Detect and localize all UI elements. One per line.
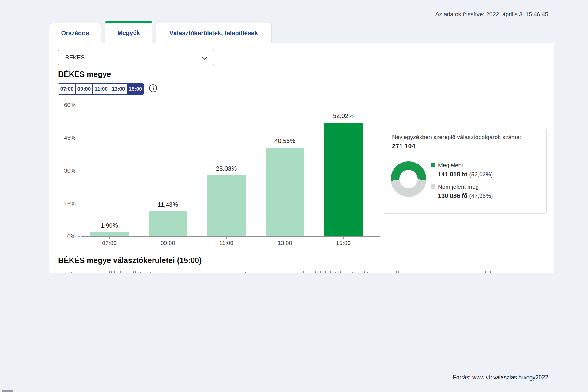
x-axis-label: 15:00 — [328, 240, 359, 247]
clipped-glyph — [340, 271, 341, 273]
info-icon[interactable]: i — [149, 84, 157, 92]
county-select[interactable]: BÉKÉS — [58, 50, 214, 65]
bar-value-label: 40,55% — [263, 138, 306, 145]
y-axis-label: 30% — [57, 168, 76, 174]
legend-count-pct: (47,98%) — [469, 193, 493, 199]
clipped-glyph — [114, 271, 115, 273]
clipped-glyph — [325, 271, 326, 273]
x-axis-tick — [285, 237, 285, 239]
data-updated-text: Az adatok frissítve: 2022. április 3. 15… — [435, 11, 548, 18]
legend-count-pct: (52,02%) — [469, 171, 493, 178]
x-axis-label: 07:00 — [94, 240, 125, 247]
time-button-13-00[interactable]: 13:00 — [110, 83, 127, 95]
bar-value-label: 28,03% — [205, 165, 248, 172]
source-text: Forrás: www.vtr.valasztas.hu/ogy2022 — [453, 374, 548, 381]
time-button-09-00[interactable]: 09:00 — [75, 83, 92, 95]
y-axis-label: 15% — [57, 200, 76, 207]
tab-megy-k[interactable]: Megyék — [105, 21, 152, 43]
y-axis-tick — [78, 171, 80, 171]
time-filter-group: 07:0009:0011:0013:0015:00 — [58, 83, 144, 95]
x-axis-label: 09:00 — [153, 240, 183, 247]
bar-09-00 — [149, 211, 187, 236]
x-axis-tick — [168, 237, 168, 239]
x-axis-label: 13:00 — [270, 240, 300, 247]
legend-swatch-icon — [431, 163, 435, 167]
clipped-glyph — [490, 271, 491, 273]
time-button-07-00[interactable]: 07:00 — [58, 83, 75, 95]
clipped-glyph — [401, 272, 401, 273]
bar-13-00 — [266, 148, 304, 236]
clipped-glyph — [396, 271, 397, 273]
chevron-down-icon — [202, 54, 207, 60]
summary-card-title: Névjegyzékben szereplő választópolgárok … — [392, 133, 539, 141]
y-axis-tick — [78, 105, 80, 105]
clipped-glyph — [135, 271, 136, 273]
gridline — [81, 105, 380, 105]
clipped-glyph — [320, 271, 321, 273]
clipped-glyph — [352, 272, 353, 273]
y-axis-label: 60% — [57, 102, 76, 108]
clipped-glyph — [71, 272, 72, 273]
turnout-donut-chart — [391, 161, 426, 197]
donut-hole — [399, 170, 418, 188]
tab-label: Választókerületek, települések — [169, 30, 258, 37]
x-axis-tick — [343, 237, 344, 239]
county-title: BÉKÉS megye — [58, 70, 111, 79]
clipped-glyph — [150, 272, 151, 273]
registered-voters-total: 271 104 — [392, 142, 415, 150]
tab-label: Országos — [61, 30, 89, 37]
clipped-glyph — [429, 272, 429, 273]
clipped-glyph — [394, 271, 394, 273]
time-button-11-00[interactable]: 11:00 — [92, 83, 110, 95]
clipped-glyph — [311, 271, 311, 273]
clipped-glyph — [138, 271, 138, 273]
tab-v-laszt-ker-letek-telep-l-sek[interactable]: Választókerületek, települések — [156, 23, 272, 43]
clipped-glyph — [368, 272, 368, 273]
bar-11-00 — [207, 175, 246, 236]
legend-count-bold: 130 086 fő — [438, 192, 469, 199]
tab-orsz-gos[interactable]: Országos — [49, 23, 101, 43]
clipped-glyph — [109, 271, 110, 273]
y-axis-tick — [78, 138, 80, 138]
clipped-glyph — [303, 271, 304, 273]
y-axis-tick — [78, 204, 80, 204]
legend-item-nem-jelent-meg: Nem jelent meg130 086 fő (47,98%) — [431, 183, 541, 201]
bar-value-label: 1,90% — [88, 222, 131, 229]
county-select-value: BÉKÉS — [65, 54, 85, 61]
bar-value-label: 52,02% — [322, 112, 365, 119]
clipped-glyph — [120, 271, 121, 273]
bar-value-label: 11,43% — [146, 201, 189, 208]
clipped-glyph — [118, 271, 118, 273]
legend-count: 130 086 fő (47,98%) — [438, 192, 493, 199]
clipped-glyph — [398, 271, 399, 273]
clipped-glyph — [488, 271, 488, 273]
time-button-15-00[interactable]: 15:00 — [127, 83, 144, 95]
districts-title: BÉKÉS megye választókerületei (15:00) — [58, 256, 202, 265]
legend-label: Megjelent — [438, 162, 463, 169]
y-axis-label: 0% — [57, 233, 76, 240]
clipped-glyph — [111, 271, 112, 273]
bar-15-00 — [324, 123, 363, 236]
y-axis-label: 45% — [57, 134, 76, 141]
tab-label: Megyék — [117, 29, 140, 36]
clipped-glyph — [307, 271, 307, 273]
y-axis-tick — [78, 236, 80, 237]
clipped-glyph — [485, 271, 486, 273]
summary-card: Névjegyzékben szereplő választópolgárok … — [383, 128, 547, 214]
clipped-glyph — [330, 271, 331, 273]
legend-count: 141 018 fő (52,02%) — [438, 171, 493, 178]
clipped-glyph — [364, 271, 365, 273]
legend-label: Nem jelent meg — [438, 183, 479, 190]
legend-count-bold: 141 018 fő — [438, 171, 469, 178]
clipped-glyph — [245, 272, 246, 273]
legend-item-megjelent: Megjelent141 018 fő (52,02%) — [431, 162, 541, 180]
bar-07-00 — [90, 232, 129, 236]
legend-swatch-icon — [431, 184, 435, 189]
clipped-glyph — [315, 271, 316, 273]
clipped-next-section-row — [58, 271, 496, 273]
x-axis-tick — [226, 237, 227, 239]
x-axis-tick — [109, 237, 110, 239]
clipped-glyph — [335, 272, 336, 273]
clipped-glyph — [133, 271, 134, 273]
x-axis-label: 11:00 — [211, 240, 242, 247]
